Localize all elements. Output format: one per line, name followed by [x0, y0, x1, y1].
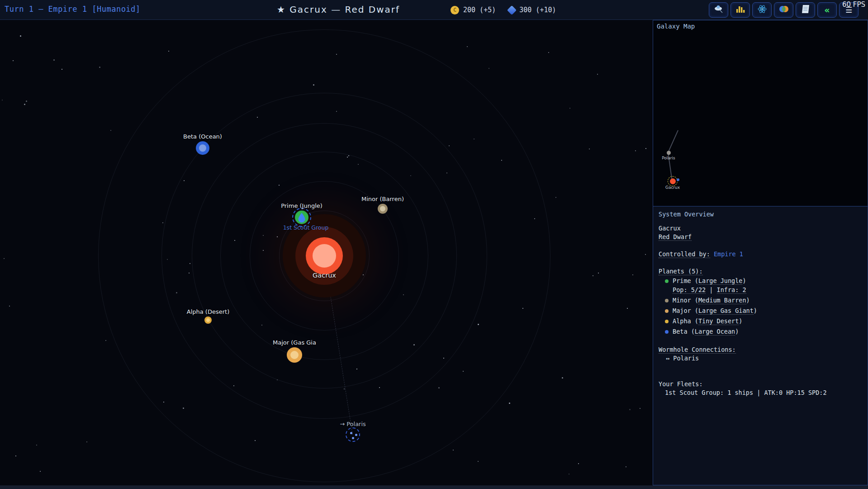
- controlled-by-label: Controlled by:: [659, 250, 710, 258]
- minimap-fleet-dot: [677, 178, 679, 181]
- credits-value: 200 (+5): [463, 6, 496, 14]
- background-star: [168, 51, 169, 52]
- system-map-viewport[interactable]: Gacrux Prime (Jungle)Minor (Barren)Major…: [0, 20, 653, 485]
- background-star: [36, 445, 37, 446]
- planet-type-bullet: [665, 320, 669, 323]
- ship-icon: [713, 4, 724, 16]
- planet-inner-highlight: [380, 206, 385, 211]
- overview-system-type: Red Dwarf: [659, 233, 862, 241]
- top-bar: Turn 1 — Empire 1 [Humanoid] ★ Gacrux — …: [0, 0, 868, 20]
- minimap-title: Galaxy Map: [657, 23, 695, 30]
- planet-marker[interactable]: [204, 316, 212, 324]
- wormhole-marker[interactable]: [346, 427, 360, 442]
- background-star: [589, 149, 590, 149]
- planet-label: Alpha (Desert): [187, 308, 229, 315]
- background-star: [597, 74, 598, 75]
- wormhole-dot: [352, 437, 354, 439]
- planet-marker[interactable]: [287, 347, 302, 363]
- planet-list-text: Minor (Medium Barren): [673, 295, 750, 306]
- wormhole-list: ↔ Polaris: [659, 354, 862, 363]
- galaxy-minimap[interactable]: Galaxy Map PolarisGacrux: [653, 20, 868, 206]
- planet-list-item: Alpha (Tiny Desert): [659, 316, 862, 326]
- double-chevron-left-icon: «: [824, 6, 830, 14]
- background-star: [15, 455, 16, 456]
- background-star: [632, 274, 633, 275]
- background-star: [598, 273, 599, 273]
- background-star: [2, 100, 3, 101]
- planet-marker[interactable]: [295, 211, 308, 224]
- fleets-header: Your Fleets:: [659, 380, 862, 388]
- planet-label: Major (Gas Gia: [273, 339, 316, 346]
- fleet-group-label[interactable]: 1st Scout Group: [283, 224, 329, 231]
- planet-inner-highlight: [290, 351, 299, 359]
- background-star: [62, 69, 62, 70]
- background-star: [13, 60, 14, 61]
- bar-chart-icon: [736, 5, 745, 15]
- controlled-by-line: Controlled by: Empire 1: [659, 250, 862, 259]
- background-star: [40, 471, 41, 472]
- minimap-system-dot[interactable]: [667, 151, 671, 155]
- planet-list-item: Prime (Large Jungle): [659, 276, 862, 286]
- wormhole-label: → Polaris: [340, 421, 366, 427]
- turn-indicator: Turn 1 — Empire 1 [Humanoid]: [5, 5, 141, 14]
- minimap-system-dot[interactable]: [670, 178, 676, 184]
- background-star: [453, 450, 454, 451]
- wormhole-dot: [355, 434, 357, 436]
- planet-detail-line: Pop: 5/22 | Infra: 2: [659, 286, 862, 294]
- venn-circles-icon: [778, 5, 789, 15]
- water-droplet-icon: [295, 211, 308, 224]
- minimap-system-label: Gacrux: [665, 185, 680, 190]
- diplomacy-button[interactable]: [774, 2, 793, 18]
- background-star: [629, 409, 631, 410]
- background-star: [467, 46, 468, 47]
- planet-type-bullet: [665, 330, 669, 334]
- background-star: [569, 108, 570, 109]
- background-star: [20, 35, 21, 37]
- stats-button[interactable]: [730, 2, 750, 18]
- credits-coin-icon: C: [451, 6, 459, 14]
- minerals-gem-icon: [507, 5, 517, 14]
- overview-title: System Overview: [659, 210, 862, 219]
- planet-label: Prime (Jungle): [281, 202, 323, 209]
- system-title: ★ Gacrux — Red Dwarf: [277, 4, 400, 15]
- planet-list-text: Alpha (Tiny Desert): [673, 316, 742, 326]
- planet-type-bullet: [665, 279, 669, 283]
- document-icon: [802, 5, 810, 15]
- atom-icon: [757, 4, 767, 16]
- wormhole-connection-item: ↔ Polaris: [659, 354, 862, 363]
- log-button[interactable]: [796, 2, 815, 18]
- background-star: [110, 130, 111, 131]
- background-star: [509, 403, 510, 404]
- minerals-resource: 300 (+10): [508, 6, 556, 14]
- fleet-button[interactable]: [709, 2, 728, 18]
- background-star: [593, 275, 593, 276]
- background-star: [555, 197, 556, 198]
- sidebar: Galaxy Map PolarisGacrux System Overview…: [653, 20, 868, 485]
- planet-label: Beta (Ocean): [183, 133, 222, 140]
- collapse-sidebar-button[interactable]: «: [817, 2, 837, 18]
- star-core: [313, 244, 336, 268]
- planet-list-text: Prime (Large Jungle): [673, 276, 746, 286]
- background-star: [489, 68, 489, 69]
- star-label: Gacrux: [313, 272, 336, 279]
- research-button[interactable]: [752, 2, 772, 18]
- planets-header: Planets (5):: [659, 267, 862, 276]
- wormhole-dot: [350, 432, 352, 434]
- background-star: [9, 306, 10, 307]
- minerals-value: 300 (+10): [519, 6, 556, 14]
- background-star: [24, 104, 25, 105]
- background-star: [640, 408, 640, 409]
- planet-list-item: Minor (Medium Barren): [659, 295, 862, 306]
- planet-list-text: Beta (Large Ocean): [673, 326, 739, 337]
- planet-list: Prime (Large Jungle)Pop: 5/22 | Infra: 2…: [659, 276, 862, 337]
- planet-label: Minor (Barren): [361, 196, 404, 202]
- background-star: [645, 254, 646, 255]
- wormholes-header: Wormhole Connections:: [659, 345, 862, 354]
- planet-marker[interactable]: [378, 204, 388, 214]
- toolbar: « ☰: [709, 2, 859, 18]
- credits-resource: C 200 (+5): [451, 6, 496, 14]
- planet-marker[interactable]: [196, 141, 209, 155]
- background-star: [578, 463, 579, 464]
- background-star: [26, 101, 27, 102]
- background-star: [105, 340, 106, 341]
